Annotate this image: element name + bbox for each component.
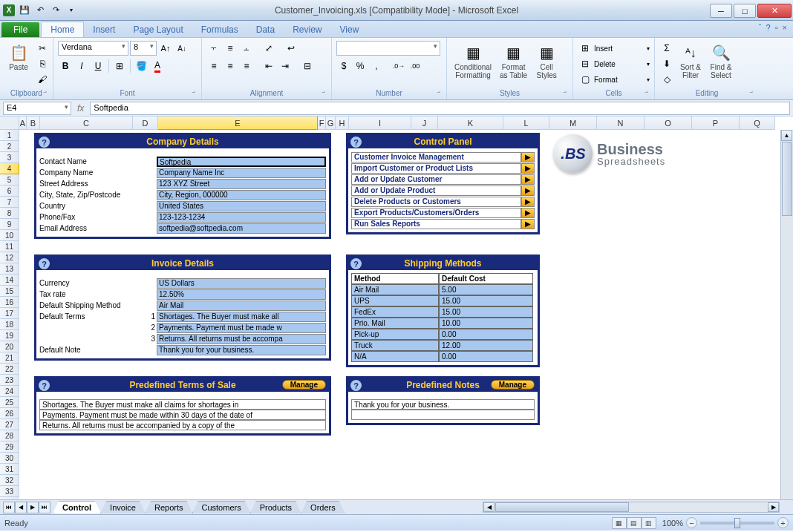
zoom-in-button[interactable]: + [777,517,789,528]
arrow-icon[interactable]: ▶ [521,163,535,174]
row-header[interactable]: 20 [0,341,19,352]
row-header[interactable]: 3 [0,152,19,163]
field-value[interactable]: Air Mail [157,301,326,311]
tab-file[interactable]: File [1,22,39,37]
field-value[interactable]: softpedia@softpedia.com [157,223,326,234]
row-header[interactable]: 12 [0,252,19,263]
manage-notes-button[interactable]: Manage [491,380,535,390]
control-link[interactable]: Run Sales Reports [351,219,521,229]
field-value[interactable]: Softpedia [157,157,326,167]
arrow-icon[interactable]: ▶ [521,152,535,162]
column-header[interactable]: I [349,116,411,130]
column-header[interactable]: E [158,116,318,130]
field-value[interactable]: Shortages. The Buyer must make all [157,312,326,322]
row-header[interactable]: 8 [0,208,19,219]
tab-data[interactable]: Data [247,22,284,37]
help-icon[interactable]: ? [766,23,771,32]
scroll-right-icon[interactable]: ▶ [768,502,779,512]
row-header[interactable]: 17 [0,308,19,319]
column-header[interactable]: K [438,116,503,130]
control-link[interactable]: Delete Products or Customers [351,197,521,207]
maximize-button[interactable]: □ [734,4,756,18]
horizontal-scrollbar[interactable]: ◀ ▶ [483,502,780,513]
font-color-icon[interactable]: A [150,59,165,73]
currency-icon[interactable]: $ [336,59,351,73]
row-header[interactable]: 30 [0,453,19,464]
scroll-left-icon[interactable]: ◀ [483,502,495,512]
arrow-icon[interactable]: ▶ [521,208,535,218]
scroll-thumb[interactable] [782,142,792,216]
arrow-icon[interactable]: ▶ [521,197,535,207]
row-header[interactable]: 32 [0,475,19,486]
help-icon[interactable]: ? [39,380,50,391]
tab-next-icon[interactable]: ▶ [27,502,39,513]
column-header[interactable]: Q [740,116,775,130]
help-icon[interactable]: ? [350,380,362,391]
fx-icon[interactable]: fx [74,103,87,114]
row-header[interactable]: 31 [0,464,19,475]
font-name-combo[interactable]: Verdana [58,41,128,56]
view-normal-icon[interactable]: ▦ [612,517,627,529]
table-cell[interactable]: Prio. Mail [351,318,439,329]
minimize-ribbon-icon[interactable]: ˆ [759,23,762,32]
view-pagebreak-icon[interactable]: ▥ [642,517,656,529]
row-header[interactable]: 4 [0,163,19,174]
note-row[interactable] [351,410,535,420]
comma-icon[interactable]: , [369,59,384,73]
column-header[interactable]: B [27,116,40,130]
row-header[interactable]: 11 [0,241,19,252]
format-painter-icon[interactable]: 🖌 [35,72,50,87]
column-header[interactable]: J [411,116,438,130]
table-cell[interactable]: 0.00 [439,351,533,362]
zoom-slider[interactable] [700,522,774,525]
autosum-icon[interactable]: Σ [659,41,674,56]
insert-cells-button[interactable]: ⊞Insert▾ [578,41,650,56]
shrink-font-icon[interactable]: A↓ [174,41,189,56]
row-header[interactable]: 6 [0,185,19,197]
field-value[interactable]: 123-123-1234 [157,212,326,223]
qat-redo-icon[interactable]: ↷ [49,4,62,17]
help-icon[interactable]: ? [350,258,362,269]
qat-customize-icon[interactable]: ▾ [65,4,78,17]
term-row[interactable]: Payments. Payment must be made within 30… [39,410,326,420]
row-header[interactable]: 5 [0,174,19,185]
format-cells-button[interactable]: ▢Format▾ [578,72,650,87]
row-header[interactable]: 18 [0,319,19,330]
row-header[interactable]: 9 [0,219,19,230]
tab-formulas[interactable]: Formulas [192,22,247,37]
row-header[interactable]: 27 [0,419,19,430]
field-value[interactable]: Returns. All returns must be accompa [157,334,326,344]
row-header[interactable]: 22 [0,364,19,375]
paste-button[interactable]: 📋 Paste [4,41,33,73]
field-value[interactable]: Payments. Payment must be made w [157,323,326,333]
qat-undo-icon[interactable]: ↶ [33,4,47,17]
sort-filter-button[interactable]: ᴬ↓Sort & Filter [676,41,705,81]
column-header[interactable]: A [19,116,27,130]
find-select-button[interactable]: 🔍Find & Select [707,41,735,81]
doc-restore-icon[interactable]: ▫ [775,23,778,32]
format-as-table-button[interactable]: ▦Format as Table [497,41,530,81]
table-cell[interactable]: N/A [351,351,439,362]
row-header[interactable]: 23 [0,375,19,386]
fill-color-icon[interactable]: 🪣 [134,59,149,73]
column-header[interactable]: L [503,116,549,130]
table-cell[interactable]: Air Mail [351,284,439,295]
field-value[interactable]: Thank you for your business. [157,345,326,355]
field-value[interactable]: US Dollars [157,278,326,289]
formula-input[interactable]: Softpedia [90,102,790,115]
column-header[interactable]: H [336,116,349,130]
row-header[interactable]: 10 [0,230,19,241]
tab-view[interactable]: View [331,22,368,37]
table-cell[interactable]: 0.00 [439,329,533,340]
term-row[interactable]: Shortages. The Buyer must make all claim… [39,399,326,410]
table-cell[interactable]: Truck [351,340,439,351]
close-button[interactable]: ✕ [757,4,792,18]
percent-icon[interactable]: % [353,59,368,73]
merge-center-icon[interactable]: ⊟ [300,59,315,73]
tab-prev-icon[interactable]: ◀ [15,502,27,513]
zoom-thumb[interactable] [734,518,740,528]
control-link[interactable]: Export Products/Customers/Orders [351,208,521,218]
table-cell[interactable]: 5.00 [439,284,533,295]
cut-icon[interactable]: ✂ [35,41,50,56]
tab-last-icon[interactable]: ⏭ [39,502,50,513]
